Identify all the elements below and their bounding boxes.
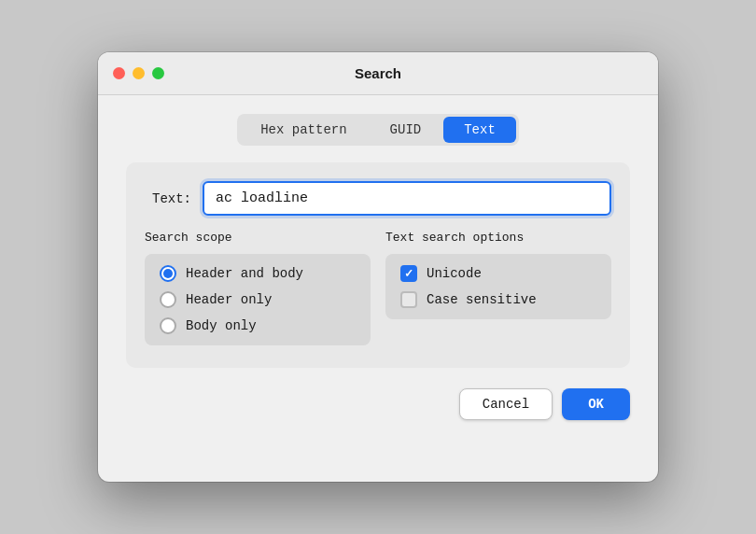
options-row: Search scope Header and body Header only [145, 231, 611, 345]
checkbox-label-unicode: Unicode [427, 266, 482, 281]
radio-body-only[interactable]: Body only [160, 317, 356, 334]
radio-circle-header-and-body [160, 265, 176, 282]
tab-text[interactable]: Text [443, 117, 516, 143]
radio-label-header-only: Header only [186, 292, 272, 307]
tab-bar: Hex pattern GUID Text [126, 114, 630, 146]
text-search-options-group: Text search options Unicode Case sensiti… [385, 231, 611, 319]
window-content: Hex pattern GUID Text Text: Search scope… [98, 95, 658, 482]
search-scope-box: Header and body Header only Body only [145, 254, 371, 345]
checkbox-box-unicode [400, 265, 417, 282]
checkbox-label-case-sensitive: Case sensitive [427, 292, 537, 307]
text-field-row: Text: [145, 181, 611, 216]
radio-circle-header-only [160, 291, 176, 308]
radio-label-header-and-body: Header and body [186, 266, 303, 281]
radio-circle-body-only [160, 317, 176, 334]
radio-label-body-only: Body only [186, 318, 257, 333]
ok-button[interactable]: OK [562, 388, 630, 420]
text-input[interactable] [203, 181, 611, 216]
checkbox-unicode[interactable]: Unicode [400, 265, 596, 282]
tab-group: Hex pattern GUID Text [237, 114, 519, 146]
tab-guid[interactable]: GUID [370, 117, 442, 143]
window-controls [113, 67, 164, 79]
maximize-button[interactable] [152, 67, 164, 79]
checkbox-box-case-sensitive [400, 291, 417, 308]
search-scope-group: Search scope Header and body Header only [145, 231, 371, 345]
text-search-options-box: Unicode Case sensitive [385, 254, 611, 319]
cancel-button[interactable]: Cancel [459, 388, 553, 420]
text-field-label: Text: [145, 191, 191, 206]
title-bar: Search [98, 52, 658, 95]
text-search-options-label: Text search options [385, 231, 611, 245]
close-button[interactable] [113, 67, 125, 79]
radio-header-and-body[interactable]: Header and body [160, 265, 356, 282]
button-row: Cancel OK [126, 388, 630, 420]
tab-hex-pattern[interactable]: Hex pattern [240, 117, 367, 143]
minimize-button[interactable] [133, 67, 145, 79]
window-title: Search [355, 65, 401, 81]
checkbox-case-sensitive[interactable]: Case sensitive [400, 291, 596, 308]
main-window: Search Hex pattern GUID Text Text: Searc… [98, 52, 658, 482]
search-scope-label: Search scope [145, 231, 371, 245]
form-area: Text: Search scope Header and body Heade… [126, 162, 630, 368]
radio-header-only[interactable]: Header only [160, 291, 356, 308]
